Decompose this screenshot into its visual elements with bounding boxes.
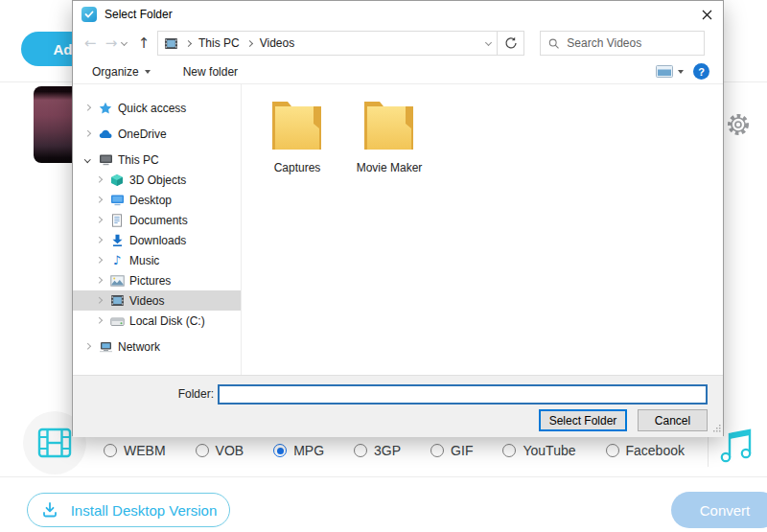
chevron-right-icon[interactable] (94, 318, 104, 323)
app-logo-icon (81, 7, 97, 22)
new-folder-button[interactable]: New folder (183, 65, 238, 79)
format-option-youtube[interactable]: YouTube (502, 443, 575, 458)
radio-icon[interactable] (606, 444, 619, 457)
filmstrip-icon (37, 428, 72, 458)
sidebar-item-desktop[interactable]: Desktop (73, 190, 241, 210)
dialog-toolbar: Organize New folder ? (73, 59, 723, 84)
format-options-row: WEBM VOB MPG 3GP GIF YouTube Facebook (104, 436, 685, 465)
sidebar-item-quick-access[interactable]: Quick access (73, 98, 241, 118)
format-option-facebook[interactable]: Facebook (606, 443, 685, 458)
format-option-mpg[interactable]: MPG (273, 443, 324, 458)
sidebar-item-network[interactable]: Network (73, 336, 241, 357)
folder-tile-movie-maker[interactable]: Movie Maker (345, 97, 433, 174)
format-option-vob[interactable]: VOB (196, 443, 244, 458)
music-note-icon: ♪ (109, 254, 125, 266)
help-icon[interactable]: ? (693, 63, 709, 80)
chevron-right-icon[interactable] (94, 177, 104, 182)
sidebar-item-pictures[interactable]: Pictures (73, 270, 241, 290)
close-icon[interactable] (700, 8, 713, 21)
sidebar-item-this-pc[interactable]: This PC (73, 150, 241, 170)
documents-icon (109, 214, 125, 227)
sidebar-item-local-disk-c[interactable]: Local Disk (C:) (73, 311, 241, 331)
3d-objects-cube-icon (109, 173, 125, 187)
change-view-button[interactable] (656, 65, 684, 78)
chevron-down-icon[interactable] (82, 157, 92, 162)
dialog-title: Select Folder (105, 8, 173, 21)
sidebar-item-3d-objects[interactable]: 3D Objects (73, 170, 241, 190)
breadcrumb-this-pc[interactable]: This PC (198, 36, 240, 50)
organize-menu[interactable]: Organize (92, 65, 151, 79)
convert-button[interactable]: Convert (671, 492, 767, 528)
select-folder-dialog: Select Folder ← → ↑ This PC Videos (72, 0, 724, 436)
dialog-titlebar[interactable]: Select Folder (73, 1, 723, 27)
this-pc-monitor-icon (98, 153, 113, 166)
chevron-right-icon[interactable] (82, 344, 92, 349)
view-thumbnail-icon (656, 65, 673, 78)
folder-contents: Captures Movie Maker (242, 84, 723, 375)
folder-name: Movie Maker (357, 161, 423, 174)
network-icon (98, 340, 113, 353)
chevron-right-icon[interactable] (94, 278, 104, 283)
chevron-right-icon[interactable] (94, 238, 104, 243)
format-option-3gp[interactable]: 3GP (354, 443, 401, 458)
radio-icon[interactable] (430, 444, 444, 457)
search-box[interactable] (540, 31, 705, 56)
download-icon (40, 500, 59, 520)
folder-field-label: Folder: (73, 387, 214, 401)
format-option-gif[interactable]: GIF (430, 443, 473, 458)
chevron-right-icon[interactable] (82, 105, 92, 110)
install-desktop-version-button[interactable]: Install Desktop Version (27, 493, 230, 527)
format-option-webm[interactable]: WEBM (104, 443, 166, 458)
caret-down-icon (145, 70, 151, 74)
radio-icon[interactable] (354, 444, 367, 457)
desktop-icon (109, 194, 125, 206)
history-chevron-icon[interactable] (122, 36, 133, 50)
sidebar-item-downloads[interactable]: Downloads (73, 230, 241, 250)
caret-down-icon (678, 70, 684, 74)
local-disk-icon (109, 315, 125, 327)
search-input[interactable] (567, 36, 696, 50)
sidebar-item-onedrive[interactable]: OneDrive (73, 124, 241, 144)
navigation-bar: ← → ↑ This PC Videos (73, 27, 723, 59)
folder-name-input[interactable] (218, 384, 708, 405)
folder-icon (358, 97, 421, 154)
folder-icon (266, 97, 329, 154)
back-arrow-icon[interactable]: ← (80, 35, 101, 52)
chevron-right-icon[interactable] (94, 258, 104, 263)
breadcrumb-separator-icon (246, 39, 253, 46)
forward-arrow-icon[interactable]: → (101, 35, 122, 52)
search-icon (548, 37, 559, 50)
chevron-right-icon[interactable] (82, 131, 92, 136)
screen: Add WEBM VOB MPG (0, 0, 767, 532)
radio-icon[interactable] (273, 444, 287, 457)
sidebar-item-documents[interactable]: Documents (73, 210, 241, 230)
radio-icon[interactable] (196, 444, 209, 457)
cancel-button[interactable]: Cancel (638, 409, 708, 431)
refresh-icon[interactable] (498, 31, 524, 56)
folder-tile-captures[interactable]: Captures (253, 97, 341, 174)
radio-icon[interactable] (104, 444, 117, 457)
folder-tree-sidebar: Quick access OneDrive This PC (73, 84, 242, 375)
settings-gear-icon[interactable] (725, 111, 752, 138)
breadcrumb-separator-icon (185, 39, 192, 46)
dialog-footer: Folder: Select Folder Cancel (73, 375, 723, 437)
sidebar-item-videos[interactable]: Videos (73, 290, 241, 311)
select-folder-button[interactable]: Select Folder (539, 409, 627, 431)
dialog-body: Quick access OneDrive This PC (73, 84, 723, 375)
resize-grip[interactable] (712, 422, 721, 435)
chevron-right-icon[interactable] (94, 218, 104, 222)
radio-icon[interactable] (502, 444, 516, 457)
address-bar[interactable]: This PC Videos (157, 31, 498, 56)
chevron-right-icon[interactable] (94, 298, 104, 303)
quick-access-star-icon (98, 102, 113, 115)
breadcrumb-videos[interactable]: Videos (260, 36, 294, 50)
address-dropdown-icon[interactable] (486, 36, 491, 50)
folder-name: Captures (274, 161, 321, 174)
up-arrow-icon[interactable]: ↑ (133, 35, 154, 52)
divider (0, 476, 767, 477)
videos-folder-icon (109, 294, 125, 307)
onedrive-cloud-icon (98, 128, 113, 139)
chevron-right-icon[interactable] (94, 197, 104, 202)
downloads-arrow-icon (109, 234, 125, 247)
sidebar-item-music[interactable]: ♪ Music (73, 250, 241, 270)
